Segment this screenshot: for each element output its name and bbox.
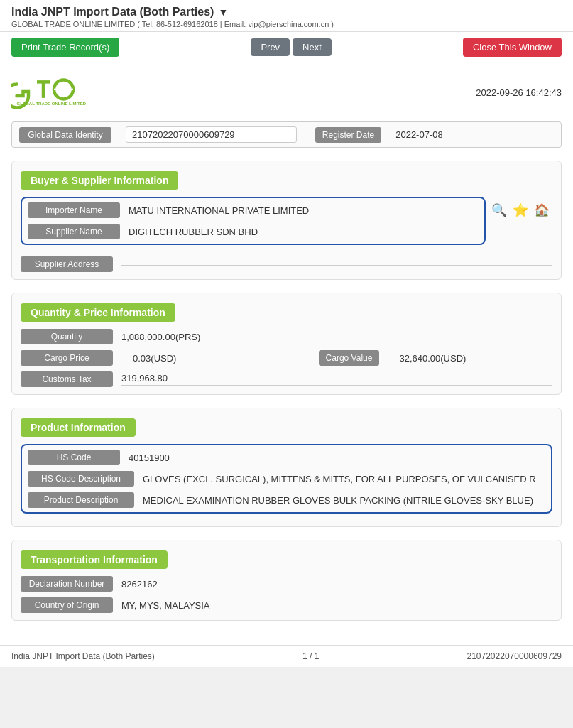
country-row: Country of Origin MY, MYS, MALAYSIA: [21, 597, 552, 613]
country-label: Country of Origin: [21, 597, 113, 613]
star-icon[interactable]: ⭐: [513, 202, 528, 218]
global-id-value: 21072022070000609729: [126, 126, 297, 143]
title-arrow[interactable]: ▼: [218, 6, 228, 18]
app-title: India JNPT Import Data (Both Parties) ▼: [11, 6, 562, 18]
product-info-group: HS Code 40151900 HS Code Description GLO…: [21, 444, 552, 514]
toolbar-left: Print Trade Record(s): [11, 38, 119, 57]
supplier-label: Supplier Name: [28, 224, 120, 239]
prod-desc-label: Product Description: [28, 492, 134, 508]
address-value: [121, 264, 552, 266]
home-icon[interactable]: 🏠: [534, 202, 550, 218]
footer-left: India JNPT Import Data (Both Parties): [11, 651, 155, 661]
decl-num-value: 8262162: [121, 579, 552, 590]
action-icons: 🔍 ⭐ 🏠: [491, 197, 552, 218]
decl-num-row: Declaration Number 8262162: [21, 576, 552, 592]
product-info-title: Product Information: [21, 418, 136, 437]
register-date-value: 2022-07-08: [395, 129, 554, 140]
cargo-value-label: Cargo Value: [319, 350, 380, 366]
cargo-price-label: Cargo Price: [21, 350, 113, 366]
transportation-section: Transportation Information Declaration N…: [11, 540, 562, 621]
main-content: GLOBAL TRADE ONLINE LIMITED 2022-09-26 1…: [0, 63, 573, 645]
print-button[interactable]: Print Trade Record(s): [11, 38, 119, 57]
supplier-value: DIGITECH RUBBER SDN BHD: [129, 227, 479, 237]
customs-tax-value: 319,968.80: [121, 373, 552, 386]
cargo-value-value: 32,640.00(USD): [399, 353, 552, 364]
quantity-value: 1,088,000.00(PRS): [121, 332, 552, 342]
next-button[interactable]: Next: [293, 38, 332, 56]
svg-text:GLOBAL TRADE ONLINE LIMITED: GLOBAL TRADE ONLINE LIMITED: [17, 102, 87, 106]
company-logo: GLOBAL TRADE ONLINE LIMITED: [11, 75, 97, 110]
search-icon[interactable]: 🔍: [491, 202, 507, 218]
toolbar-right: Close This Window: [463, 38, 562, 57]
prod-desc-row: Product Description MEDICAL EXAMINATION …: [28, 492, 545, 508]
hs-code-row: HS Code 40151900: [28, 450, 545, 465]
buyer-supplier-title: Buyer & Supplier Information: [21, 171, 178, 190]
importer-row: Importer Name MATU INTERNATIONAL PRIVATE…: [28, 202, 479, 218]
supplier-row: Supplier Name DIGITECH RUBBER SDN BHD: [28, 224, 479, 239]
prod-desc-value: MEDICAL EXAMINATION RUBBER GLOVES BULK P…: [143, 495, 545, 506]
quantity-price-section: Quantity & Price Information Quantity 1,…: [11, 293, 562, 395]
customs-row: Customs Tax 319,968.80: [21, 371, 552, 387]
prev-button[interactable]: Prev: [251, 38, 290, 56]
top-bar: India JNPT Import Data (Both Parties) ▼ …: [0, 0, 573, 32]
register-date-label: Register Date: [315, 127, 381, 143]
importer-value: MATU INTERNATIONAL PRIVATE LIMITED: [129, 205, 479, 216]
footer-right: 21072022070000609729: [467, 651, 562, 661]
toolbar-center: Prev Next: [251, 38, 331, 56]
cargo-row: Cargo Price 0.03(USD) Cargo Value 32,640…: [21, 350, 552, 366]
buyer-supplier-group: Importer Name MATU INTERNATIONAL PRIVATE…: [21, 197, 486, 245]
global-id-row: Global Data Identity 2107202207000060972…: [11, 121, 562, 148]
customs-tax-label: Customs Tax: [21, 371, 113, 387]
product-info-section: Product Information HS Code 40151900 HS …: [11, 408, 562, 527]
footer-center: 1 / 1: [302, 651, 319, 661]
importer-label: Importer Name: [28, 202, 120, 218]
hs-code-label: HS Code: [28, 450, 120, 465]
logo-box: GLOBAL TRADE ONLINE LIMITED: [11, 75, 97, 110]
hs-desc-label: HS Code Description: [28, 471, 134, 487]
decl-num-label: Declaration Number: [21, 576, 113, 592]
address-label: Supplier Address: [21, 256, 113, 272]
address-row: Supplier Address: [21, 256, 552, 272]
hs-code-value: 40151900: [129, 452, 545, 463]
footer-bar: India JNPT Import Data (Both Parties) 1 …: [0, 645, 573, 667]
transportation-title: Transportation Information: [21, 550, 168, 569]
global-id-label: Global Data Identity: [19, 127, 111, 143]
country-value: MY, MYS, MALAYSIA: [121, 600, 552, 611]
quantity-price-title: Quantity & Price Information: [21, 303, 175, 322]
hs-desc-value: GLOVES (EXCL. SURGICAL), MITTENS & MITTS…: [143, 474, 545, 484]
logo-row: GLOBAL TRADE ONLINE LIMITED 2022-09-26 1…: [11, 75, 562, 110]
toolbar: Print Trade Record(s) Prev Next Close Th…: [0, 32, 573, 63]
app-subtitle: GLOBAL TRADE ONLINE LIMITED ( Tel: 86-51…: [11, 20, 562, 28]
datetime: 2022-09-26 16:42:43: [476, 87, 562, 98]
hs-desc-row: HS Code Description GLOVES (EXCL. SURGIC…: [28, 471, 545, 487]
quantity-row: Quantity 1,088,000.00(PRS): [21, 329, 552, 344]
buyer-supplier-section: Buyer & Supplier Information Importer Na…: [11, 161, 562, 280]
cargo-price-value: 0.03(USD): [133, 353, 286, 364]
title-text: India JNPT Import Data (Both Parties): [11, 6, 214, 18]
close-button[interactable]: Close This Window: [463, 38, 562, 57]
quantity-label: Quantity: [21, 329, 113, 344]
